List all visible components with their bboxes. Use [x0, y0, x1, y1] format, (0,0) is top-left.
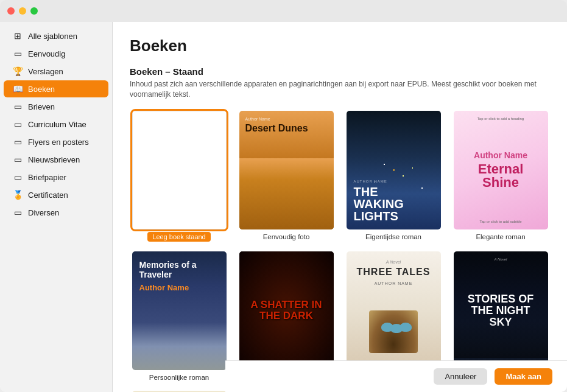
sidebar-item-newsletters[interactable]: ▭ Nieuwsbrieven — [4, 151, 108, 168]
sidebar-item-label: Nieuwsbrieven — [28, 155, 80, 164]
template-grid: Leeg boek staand Author Name Desert Dune… — [130, 111, 550, 392]
section-header: Boeken – Staand Inhoud past zich aan ver… — [130, 66, 550, 100]
sidebar-item-label: Boeken — [28, 85, 55, 94]
sidebar-item-reports[interactable]: 🏆 Verslagen — [4, 63, 108, 80]
sidebar-item-misc[interactable]: ▭ Diversen — [4, 204, 108, 221]
template-thumb-city[interactable]: Author Name THEWAKINGLIGHTS — [347, 111, 441, 229]
memories-title: Memories of a Traveler — [139, 260, 219, 279]
flyers-icon: ▭ — [12, 136, 23, 147]
template-item-memories[interactable]: Memories of a Traveler Author Name Perso… — [130, 251, 228, 381]
sidebar-item-stationery[interactable]: ▭ Briefpapier — [4, 169, 108, 186]
template-thumb-shatter[interactable]: A SHATTER IN THE DARK AUTHOR NAME — [239, 251, 334, 370]
template-label-city: Eigentijdse roman — [365, 233, 421, 240]
books-icon: 📖 — [12, 83, 23, 94]
sidebar-item-label: Certificaten — [28, 191, 68, 200]
memories-author: Author Name — [139, 283, 219, 292]
sidebar-item-label: Alle sjablonen — [28, 32, 77, 41]
create-button[interactable]: Maak aan — [495, 368, 552, 385]
shine-author: Author Name — [474, 150, 527, 160]
template-label-memories: Persoonlijke roman — [149, 374, 209, 381]
sidebar-item-books[interactable]: 📖 Boeken — [4, 80, 108, 97]
shatter-title: A SHATTER IN THE DARK — [245, 299, 328, 321]
template-item-shine[interactable]: Tap or click to add a heading Author Nam… — [451, 111, 550, 242]
sidebar: ⊞ Alle sjablonen ▭ Eenvoudig 🏆 Verslagen… — [0, 22, 113, 392]
section-desc: Inhoud past zich aan verschillende appar… — [130, 79, 550, 100]
shine-tip: Tap or click to add a heading — [454, 117, 548, 121]
sidebar-item-label: Eenvoudig — [28, 49, 65, 58]
certificates-icon: 🏅 — [12, 189, 23, 200]
template-thumb-blank[interactable] — [132, 111, 227, 229]
template-thumb-memories[interactable]: Memories of a Traveler Author Name — [132, 251, 227, 370]
tales-novel: A Novel — [386, 260, 401, 264]
content-area: Boeken Boeken – Staand Inhoud past zich … — [113, 22, 567, 392]
sidebar-item-label: Diversen — [28, 208, 59, 217]
desert-author: Author Name — [245, 117, 270, 121]
stationery-icon: ▭ — [12, 172, 23, 183]
template-label-shine: Elegante roman — [476, 233, 525, 240]
cv-icon: ▭ — [12, 119, 23, 130]
minimize-button[interactable] — [19, 7, 26, 15]
template-label-desert: Eenvoudig foto — [263, 233, 310, 240]
sidebar-item-simple[interactable]: ▭ Eenvoudig — [4, 45, 108, 62]
content-wrap: Boeken Boeken – Staand Inhoud past zich … — [113, 22, 567, 392]
maximize-button[interactable] — [30, 7, 38, 15]
selected-label: Leeg boek staand — [147, 232, 210, 242]
close-button[interactable] — [7, 7, 15, 15]
template-thumb-shine[interactable]: Tap or click to add a heading Author Nam… — [454, 111, 548, 229]
tales-title: THREE TALES — [357, 267, 431, 278]
template-item-desert[interactable]: Author Name Desert Dunes Eenvoudig foto — [237, 111, 336, 242]
cancel-button[interactable]: Annuleer — [434, 368, 487, 385]
template-item-city[interactable]: Author Name THEWAKINGLIGHTS Eigentijdse … — [344, 111, 443, 242]
template-thumb-desert[interactable]: Author Name Desert Dunes — [239, 111, 334, 229]
sidebar-item-cv[interactable]: ▭ Curriculum Vitae — [4, 116, 108, 133]
page-title: Boeken — [130, 37, 550, 55]
sidebar-item-label: Brieven — [28, 102, 55, 111]
newsletters-icon: ▭ — [12, 154, 23, 165]
shine-title: Eternal Shine — [461, 163, 541, 189]
misc-icon: ▭ — [12, 207, 23, 218]
shine-bottom-tip: Tap or click to add subtitle — [479, 220, 521, 223]
template-thumb-tales[interactable]: A Novel THREE TALES AUTHOR NAME — [347, 251, 441, 370]
reports-icon: 🏆 — [12, 66, 23, 77]
section-title: Boeken – Staand — [130, 66, 550, 77]
title-bar — [0, 0, 567, 22]
bottom-bar: Annuleer Maak aan — [225, 360, 567, 392]
nest-image — [369, 310, 418, 353]
desert-title: Desert Dunes — [245, 123, 308, 134]
sidebar-item-label: Flyers en posters — [28, 138, 89, 147]
egg-3 — [400, 323, 412, 332]
letters-icon: ▭ — [12, 101, 23, 112]
stories-novel: A Novel — [495, 257, 507, 261]
grid-icon: ⊞ — [12, 30, 23, 41]
main-container: ⊞ Alle sjablonen ▭ Eenvoudig 🏆 Verslagen… — [0, 22, 567, 392]
sidebar-item-label: Briefpapier — [28, 173, 66, 182]
template-thumb-stories[interactable]: A Novel STORIES OF THE NIGHT SKY AUTHOR … — [454, 251, 548, 370]
sidebar-item-certificates[interactable]: 🏅 Certificaten — [4, 186, 108, 203]
sidebar-item-label: Curriculum Vitae — [28, 120, 86, 129]
template-item-blank[interactable]: Leeg boek staand — [130, 111, 228, 242]
simple-icon: ▭ — [12, 48, 23, 59]
sidebar-item-all[interactable]: ⊞ Alle sjablonen — [4, 27, 108, 44]
sidebar-item-label: Verslagen — [28, 67, 63, 76]
sidebar-item-flyers[interactable]: ▭ Flyers en posters — [4, 133, 108, 150]
tales-auth: AUTHOR NAME — [375, 281, 413, 285]
tree-silhouette — [454, 321, 548, 358]
sidebar-item-letters[interactable]: ▭ Brieven — [4, 98, 108, 115]
